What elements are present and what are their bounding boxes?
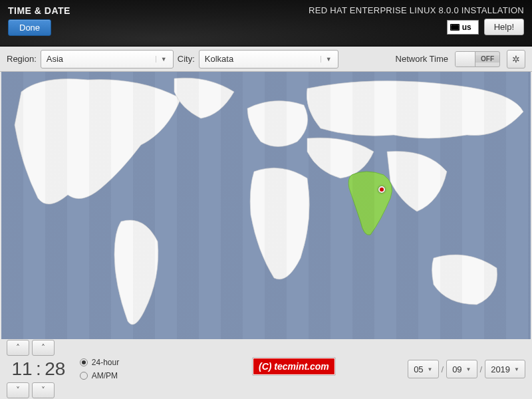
minutes-down-button[interactable]: ˅	[32, 382, 55, 398]
keyboard-layout-label: us	[462, 23, 471, 32]
chevron-up-icon: ˄	[41, 343, 45, 352]
hours-down-button[interactable]: ˅	[7, 382, 29, 398]
minutes-value: 28	[44, 358, 66, 380]
time-display: 11 : 28	[7, 357, 70, 381]
month-select[interactable]: 05 ▼	[408, 360, 438, 378]
toolbar: Region: Asia ▼ City: Kolkata ▼ Network T…	[0, 47, 532, 72]
chevron-down-icon: ▼	[156, 56, 168, 63]
network-time-settings-button[interactable]: ✲	[507, 50, 525, 68]
gear-icon: ✲	[512, 54, 520, 65]
radio-24-hour-label: 24-hour	[92, 358, 119, 367]
time-spinner: ˄ ˄ 11 : 28 ˅ ˅	[7, 340, 70, 398]
chevron-up-icon: ˄	[16, 343, 20, 352]
header-left: TIME & DATE Done	[8, 5, 70, 41]
timezone-map[interactable]	[1, 72, 531, 339]
header: TIME & DATE Done RED HAT ENTERPRISE LINU…	[0, 0, 532, 47]
keyboard-layout-badge[interactable]: us	[447, 20, 479, 35]
month-value: 05	[414, 364, 423, 374]
switch-state: OFF	[475, 55, 499, 63]
help-button[interactable]: Help!	[484, 19, 524, 35]
chevron-down-icon: ▼	[321, 56, 332, 63]
keyboard-icon	[450, 24, 460, 31]
chevron-down-icon: ▼	[428, 366, 433, 372]
radio-24-hour[interactable]: 24-hour	[80, 358, 119, 367]
minutes-up-button[interactable]: ˄	[32, 340, 55, 356]
hours-up-button[interactable]: ˄	[7, 340, 29, 356]
installer-title: RED HAT ENTERPRISE LINUX 8.0.0 INSTALLAT…	[309, 5, 524, 15]
date-group: 05 ▼ / 09 ▼ / 2019 ▼	[408, 360, 525, 378]
network-time-switch[interactable]: OFF	[455, 51, 500, 67]
region-select[interactable]: Asia ▼	[41, 50, 174, 68]
highlighted-region-india	[348, 172, 392, 235]
radio-am-pm[interactable]: AM/PM	[80, 371, 119, 380]
city-value: Kolkata	[205, 54, 317, 64]
time-separator: :	[35, 358, 43, 380]
page-title: TIME & DATE	[8, 5, 70, 16]
year-value: 2019	[491, 364, 510, 374]
city-select[interactable]: Kolkata ▼	[199, 50, 338, 68]
chevron-down-icon: ▼	[466, 366, 471, 372]
region-label: Region:	[7, 54, 37, 64]
header-actions: us Help!	[309, 19, 524, 35]
chevron-down-icon: ˅	[41, 386, 45, 395]
radio-am-pm-label: AM/PM	[92, 371, 118, 380]
year-select[interactable]: 2019 ▼	[485, 360, 525, 378]
world-map-svg	[1, 72, 531, 339]
city-label: City:	[178, 54, 195, 64]
bottom-controls: ˄ ˄ 11 : 28 ˅ ˅ 24-hour AM/PM (C) tecmin…	[0, 339, 532, 399]
watermark: (C) tecmint.com	[253, 358, 335, 375]
done-button[interactable]: Done	[8, 19, 51, 36]
header-right: RED HAT ENTERPRISE LINUX 8.0.0 INSTALLAT…	[309, 5, 524, 41]
day-value: 09	[452, 364, 462, 374]
switch-knob	[456, 52, 475, 66]
network-time-label: Network Time	[396, 54, 448, 64]
region-value: Asia	[47, 54, 152, 64]
hours-value: 11	[11, 358, 33, 380]
time-format-radios: 24-hour AM/PM	[80, 358, 119, 380]
chevron-down-icon: ˅	[16, 386, 20, 395]
date-separator: /	[480, 364, 483, 374]
day-select[interactable]: 09 ▼	[446, 360, 477, 378]
chevron-down-icon: ▼	[514, 366, 519, 372]
date-separator: /	[442, 364, 444, 374]
